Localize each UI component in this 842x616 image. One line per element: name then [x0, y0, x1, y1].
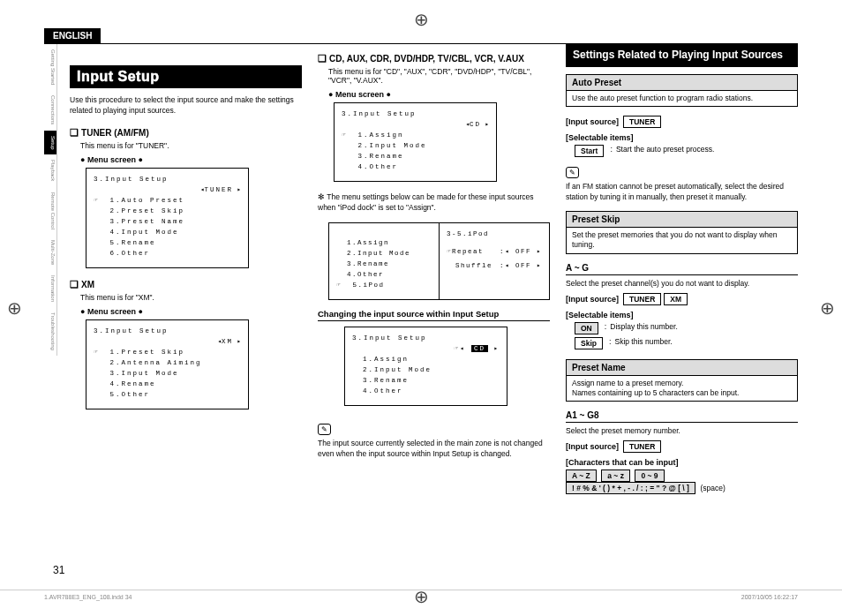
side-tab: Information	[44, 270, 57, 307]
box-head: Preset Name	[567, 360, 797, 376]
preset-name-box: Preset Name Assign name to a preset memo…	[566, 359, 798, 402]
settings-title-bar: Settings Related to Playing Input Source…	[566, 44, 798, 67]
menu-item: 4.Other	[352, 386, 403, 396]
screen-source: XM	[94, 336, 241, 347]
setting-label: Shuffle	[447, 260, 492, 271]
crop-mark-top: ⊕	[414, 9, 429, 30]
menu-item: 1.Assign	[352, 354, 409, 364]
char-group: ! # % & ' ( ) * + , - . / : ; = " ? @ [ …	[566, 482, 695, 494]
note-icon: ✎	[566, 167, 579, 178]
footer-file: 1.AVR788E3_ENG_108.indd 34	[44, 594, 132, 600]
menu-item: 1.Assign	[336, 237, 389, 248]
char-group: A ~ Z	[566, 470, 597, 482]
xm-desc: This menu is for "XM".	[80, 293, 302, 302]
menu-item: 2.Antenna Aiming	[100, 357, 202, 368]
side-tab-active: Setup	[44, 131, 57, 155]
menu-item: 5.Other	[100, 389, 151, 400]
cd-menu-screen: 3.Input Setup CD 1.Assign ☞2.Input Mode …	[334, 102, 497, 182]
menu-item: 1.Assign	[348, 130, 404, 140]
screen-header: 3.Input Setup	[352, 333, 427, 343]
box-head: Preset Skip	[567, 212, 797, 228]
char-groups: A ~ Z a ~ z 0 ~ 9 ! # % & ' ( ) * + , - …	[566, 470, 798, 494]
menu-item: 3.Rename	[348, 151, 404, 162]
input-source-label: [Input source] TUNER	[566, 116, 798, 128]
selectable-label: [Selectable items]	[566, 133, 798, 142]
menu-item: 5.iPod	[342, 280, 385, 290]
menu-item: 3.Rename	[336, 259, 389, 269]
footer-stamp: 2007/10/05 16:22:17	[741, 594, 798, 600]
section-title: Input Setup	[77, 69, 159, 85]
note-icon: ✎	[318, 424, 331, 435]
menu-screen-label: Menu screen	[328, 90, 550, 99]
menu-item: 3.Input Mode	[100, 368, 179, 379]
source-pill: TUNER	[623, 440, 661, 453]
char-group: 0 ~ 9	[635, 470, 664, 482]
menu-item: 6.Other	[100, 248, 151, 259]
menu-item: 1.Preset Skip	[100, 347, 185, 357]
screen-header: 3.Input Setup	[94, 174, 169, 184]
item-pill: Start	[575, 145, 604, 157]
page-header: ENGLISH	[44, 28, 798, 44]
screen-header: 3.Input Setup	[94, 326, 169, 336]
range-desc: Select the preset memory number.	[566, 426, 798, 435]
side-tab: Remote Control	[44, 187, 57, 235]
item-pill: Skip	[575, 337, 603, 349]
input-source-label: [Input source] TUNERXM	[566, 293, 798, 305]
side-tab: Troubleshooting	[44, 307, 57, 356]
menu-screen-label: Menu screen	[80, 155, 302, 164]
change-menu-screen: 3.Input Setup ☞◂ CD ▸ 1.Assign 2.Input M…	[344, 327, 507, 406]
intro-text: Use this procedure to select the input s…	[70, 95, 302, 116]
side-tab: Connections	[44, 90, 57, 130]
ipod-note: The menu settings below can be made for …	[318, 192, 550, 214]
chars-label: [Characters that can be input]	[566, 458, 798, 467]
item-desc: Skip this number.	[614, 337, 672, 346]
menu-item: 3.Preset Name	[100, 216, 185, 227]
setting-label: Repeat	[452, 248, 484, 255]
column-1: Input Setup Use this procedure to select…	[70, 44, 302, 494]
menu-item: 3.Rename	[352, 375, 409, 386]
item-pill: ON	[575, 322, 598, 334]
item-desc: Display this number.	[610, 322, 678, 331]
setting-value: OFF	[515, 262, 531, 269]
menu-item: 2.Preset Skip	[100, 206, 185, 216]
setting-value: OFF	[515, 248, 531, 255]
menu-item: 2.Input Mode	[336, 248, 410, 259]
selectable-label: [Selectable items]	[566, 311, 798, 319]
ipod-dual-screen: 1.Assign 2.Input Mode 3.Rename 4.Other 5…	[328, 222, 550, 300]
side-tabs: Getting Started Connections Setup Playba…	[44, 44, 57, 494]
range-head: A ~ G	[566, 263, 798, 275]
side-tab: Multi-Zone	[44, 235, 57, 270]
char-group: a ~ z	[601, 470, 630, 482]
source-pill: XM	[664, 293, 688, 305]
menu-item: 4.Other	[348, 162, 399, 172]
side-tab: Getting Started	[44, 44, 57, 90]
change-note: The input source currently selected in t…	[318, 439, 550, 460]
side-tab: Playback	[44, 154, 57, 186]
menu-item: 5.Rename	[100, 237, 156, 248]
menu-item: 4.Other	[336, 269, 384, 280]
source-pill: TUNER	[623, 116, 661, 128]
space-suffix: (space)	[700, 484, 725, 492]
tuner-desc: This menu is for "TUNER".	[80, 141, 302, 150]
screen-source: TUNER	[94, 184, 241, 195]
cd-heading: CD, AUX, CDR, DVD/HDP, TV/CBL, VCR, V.AU…	[318, 53, 550, 64]
screen-header: 3.Input Setup	[342, 109, 417, 119]
preset-skip-box: Preset Skip Set the preset memories that…	[566, 211, 798, 253]
section-title-bar: Input Setup	[70, 65, 302, 88]
menu-item: 2.Input Mode	[348, 140, 427, 151]
auto-preset-note: If an FM station cannot be preset automa…	[566, 182, 798, 203]
item-desc: Start the auto preset process.	[616, 145, 715, 154]
tuner-heading: TUNER (AM/FM)	[70, 127, 302, 139]
range-desc: Select the preset channel(s) you do not …	[566, 279, 798, 288]
menu-item: 1.Auto Preset	[100, 195, 185, 206]
language-tab: ENGLISH	[44, 28, 101, 43]
menu-item: 4.Rename	[100, 379, 156, 389]
tuner-menu-screen: 3.Input Setup TUNER 1.Auto Preset ☞2.Pre…	[86, 168, 249, 268]
xm-heading: XM	[70, 279, 302, 290]
auto-preset-box: Auto Preset Use the auto preset function…	[566, 74, 798, 107]
screen-header: 3-5.iPod	[447, 229, 542, 239]
box-body: Assign name to a preset memory. Names co…	[567, 376, 797, 401]
box-body: Set the preset memories that you do not …	[567, 228, 797, 252]
input-source-label: [Input source] TUNER	[566, 440, 798, 453]
page-number: 31	[53, 564, 64, 576]
